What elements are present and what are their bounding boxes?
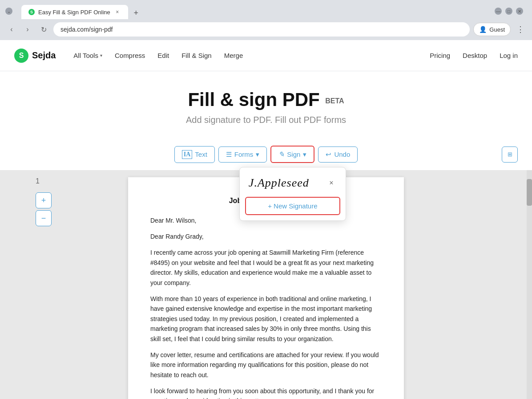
sign-icon: ✎	[278, 150, 284, 159]
nav-all-tools[interactable]: All Tools ▾	[73, 52, 102, 59]
new-signature-btn[interactable]: + New Signature	[245, 197, 340, 215]
grid-view-btn[interactable]: ⊞	[502, 147, 518, 163]
zoom-out-btn[interactable]: −	[36, 210, 52, 226]
logo[interactable]: S Sejda	[14, 49, 56, 63]
nav-desktop[interactable]: Desktop	[463, 52, 487, 59]
tab-title: Easy Fill & Sign PDF Online	[38, 9, 110, 16]
text-icon: IA	[182, 150, 193, 159]
sign-arrow-icon: ▾	[303, 151, 306, 159]
nav-login[interactable]: Log in	[500, 52, 518, 59]
zoom-controls: + −	[36, 192, 52, 226]
doc-body2: I recently came across your job opening …	[150, 248, 382, 288]
nav-right: Pricing Desktop Log in	[430, 52, 518, 59]
doc-body5: I look forward to hearing from you soon …	[150, 386, 382, 399]
undo-btn[interactable]: ↩ Undo	[318, 147, 358, 163]
undo-icon: ↩	[326, 151, 331, 159]
hero-title: Fill & sign PDF	[188, 89, 319, 110]
tab-overflow-btn[interactable]: ⌄	[5, 8, 12, 15]
signature-item: J.Appleseed ×	[245, 173, 340, 193]
zoom-in-btn[interactable]: +	[36, 192, 52, 208]
nav-pricing[interactable]: Pricing	[430, 52, 450, 59]
new-tab-btn[interactable]: +	[130, 7, 142, 19]
scrollbar[interactable]	[527, 170, 532, 399]
hero-subtitle: Add signature to PDF. Fill out PDF forms	[0, 115, 532, 125]
forward-btn[interactable]: ›	[21, 23, 34, 36]
hero-beta-badge: BETA	[325, 97, 344, 105]
sign-btn[interactable]: ✎ Sign ▾	[270, 146, 314, 163]
maximize-btn[interactable]: □	[505, 8, 512, 15]
app: S Sejda All Tools ▾ Compress Edit Fill &…	[0, 40, 532, 399]
doc-body3: With more than 10 years of experience in…	[150, 294, 382, 344]
sign-dropdown-container: ✎ Sign ▾ J.Appleseed × + New Signature	[270, 146, 314, 163]
close-browser-btn[interactable]: ✕	[516, 8, 523, 15]
nav-fill-sign[interactable]: Fill & Sign	[181, 52, 212, 59]
nav-compress[interactable]: Compress	[115, 52, 145, 59]
guest-btn[interactable]: 👤 Guest	[473, 23, 511, 36]
main-nav: S Sejda All Tools ▾ Compress Edit Fill &…	[0, 40, 532, 71]
sign-dropdown: J.Appleseed × + New Signature	[239, 167, 346, 221]
page-number: 1	[36, 177, 40, 185]
signature-close-btn[interactable]: ×	[326, 178, 337, 188]
chevron-down-icon: ▾	[100, 53, 102, 58]
doc-body1: Dear Randy Grady,	[150, 232, 382, 241]
forms-arrow-icon: ▾	[256, 151, 259, 159]
guest-label: Guest	[489, 26, 505, 33]
browser-menu-btn[interactable]: ⋮	[514, 23, 527, 36]
text-btn[interactable]: IA Text	[174, 146, 215, 163]
signature-display[interactable]: J.Appleseed	[249, 176, 309, 190]
tab-favicon: S	[28, 9, 35, 15]
grid-icon: ⊞	[508, 151, 512, 158]
address-bar[interactable]	[53, 22, 470, 37]
logo-text: Sejda	[32, 50, 56, 61]
tab-close-btn[interactable]: ×	[114, 8, 121, 16]
nav-edit[interactable]: Edit	[157, 52, 169, 59]
forms-btn[interactable]: ☰ Forms ▾	[218, 147, 267, 163]
guest-icon: 👤	[479, 26, 487, 33]
doc-body4: My cover letter, resume and certificatio…	[150, 350, 382, 380]
nav-links: All Tools ▾ Compress Edit Fill & Sign Me…	[73, 52, 430, 59]
forms-icon: ☰	[226, 151, 232, 159]
reload-btn[interactable]: ↻	[37, 23, 50, 36]
minimize-btn[interactable]: —	[495, 8, 502, 15]
nav-merge[interactable]: Merge	[224, 52, 243, 59]
toolbar: IA Text ☰ Forms ▾ ✎ Sign ▾ J.Appleseed	[0, 138, 532, 170]
logo-icon: S	[14, 49, 28, 63]
back-btn[interactable]: ‹	[5, 23, 18, 36]
hero-section: Fill & sign PDF BETA Add signature to PD…	[0, 71, 532, 138]
active-tab[interactable]: S Easy Fill & Sign PDF Online ×	[21, 5, 128, 19]
